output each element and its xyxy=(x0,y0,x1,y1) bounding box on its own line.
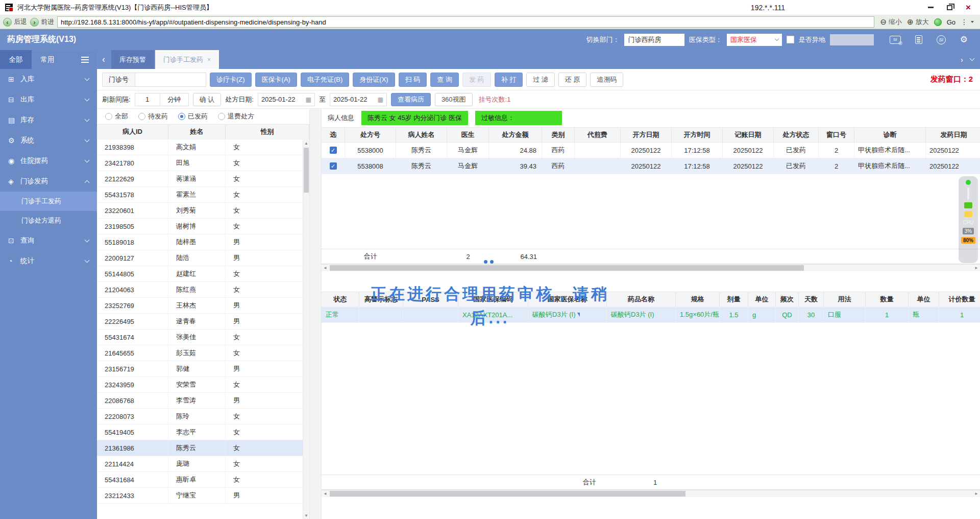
drug-hscrollbar[interactable]: ◄ ► xyxy=(322,490,980,497)
patient-row[interactable]: 23220601 刘秀菊 女 xyxy=(97,203,309,219)
scrollbar-thumb[interactable] xyxy=(304,148,309,193)
scroll-left-icon[interactable]: ◄ xyxy=(322,490,329,497)
dept-input[interactable] xyxy=(624,34,684,46)
browser-menu-icon[interactable]: ⋮ xyxy=(961,18,968,26)
remote-extra-input[interactable] xyxy=(830,34,874,45)
prescription-row[interactable]: 5538000 陈秀云 马金辉 24.88 西药 20250122 17:12:… xyxy=(322,143,980,158)
filter-dispensed[interactable]: 已发药 xyxy=(178,112,208,121)
filter-button[interactable]: 过 滤 xyxy=(526,73,555,87)
back-button[interactable]: ‹ 后退 xyxy=(3,17,27,27)
patient-row[interactable]: 55431674 张美佳 女 xyxy=(97,329,309,345)
patient-row[interactable]: 22226495 逯青春 男 xyxy=(97,314,309,329)
patient-row[interactable]: 23421780 田旭 女 xyxy=(97,155,309,171)
patient-row[interactable]: 55431684 惠昕卓 女 xyxy=(97,472,309,488)
id-card-button[interactable]: 身份证(X) xyxy=(353,73,395,87)
forward-button[interactable]: › 前进 xyxy=(30,17,54,27)
patient-row[interactable]: 55431578 霍素兰 女 xyxy=(97,187,309,203)
radio-selected-icon[interactable] xyxy=(178,113,185,120)
patient-row[interactable]: 22114424 庞璐 女 xyxy=(97,456,309,472)
patient-table-scrollbar[interactable]: ▲ ▼ xyxy=(303,139,309,519)
clinic-card-button[interactable]: 诊疗卡(Z) xyxy=(210,73,252,87)
sidebar-item-inventory[interactable]: ▤库存 xyxy=(0,110,97,130)
tab-scroll-right-icon[interactable]: › xyxy=(961,55,963,64)
date-to-input[interactable]: 2025-01-22▦ xyxy=(330,93,387,106)
patient-row[interactable]: 22086768 李雪涛 男 xyxy=(97,393,309,409)
sidebar-item-statistics[interactable]: ◔统计 xyxy=(0,251,97,271)
scroll-down-icon[interactable]: ▼ xyxy=(303,512,309,519)
patient-row[interactable]: 22122629 蒋潇涵 女 xyxy=(97,171,309,187)
patient-row[interactable]: 55189018 陆梓墨 男 xyxy=(97,234,309,250)
sidebar-item-outbound[interactable]: ⊟出库 xyxy=(0,89,97,110)
tab-list-chevron-icon[interactable] xyxy=(970,56,975,61)
sidebar-item-outpatient-dispensing[interactable]: ◈门诊发药 xyxy=(0,171,97,192)
view-medical-record-button[interactable]: 查看病历 xyxy=(391,93,431,106)
sidebar-item-query[interactable]: ⊡查询 xyxy=(0,230,97,251)
scrollbar-thumb[interactable] xyxy=(330,265,804,271)
sidebar-item-inbound[interactable]: ⊞入库 xyxy=(0,69,97,89)
drug-row[interactable]: 正常 XA12AXT201A... 碳酸钙D3片 (I) 碳酸钙D3片 (I) … xyxy=(322,307,980,323)
filter-pending[interactable]: 待发药 xyxy=(138,112,168,121)
insurance-type-select[interactable]: 国家医保 xyxy=(727,34,782,46)
row-checkbox[interactable] xyxy=(330,162,337,170)
patient-row[interactable]: 55419405 李志平 女 xyxy=(97,424,309,440)
prescription-hscrollbar[interactable]: ◄ ► xyxy=(322,264,980,271)
tab-manual-dispensing[interactable]: 门诊手工发药× xyxy=(155,50,219,69)
tab-close-icon[interactable]: × xyxy=(207,56,211,63)
close-icon[interactable]: × xyxy=(966,4,971,11)
restore-button[interactable]: 还 原 xyxy=(558,73,587,87)
patient-row[interactable]: 22009127 陆浩 男 xyxy=(97,250,309,266)
scrollbar-thumb[interactable] xyxy=(330,491,685,497)
sidebar-tab-common[interactable]: 常用 xyxy=(32,50,63,69)
patient-row[interactable]: 23243959 安荣雪 女 xyxy=(97,377,309,393)
remote-checkbox[interactable] xyxy=(787,36,794,43)
prescription-row[interactable]: 5538008 陈秀云 马金辉 39.43 西药 20250122 17:12:… xyxy=(322,158,980,174)
zoom-out-button[interactable]: ⊖缩小 xyxy=(880,17,902,27)
query-button[interactable]: 查 询 xyxy=(430,73,459,87)
filter-all[interactable]: 全部 xyxy=(105,112,128,121)
reprint-button[interactable]: 补 打 xyxy=(495,73,523,87)
patient-row[interactable]: 22208073 陈玲 女 xyxy=(97,409,309,424)
patient-row[interactable]: 23212433 宁继宝 男 xyxy=(97,488,309,504)
radio-icon[interactable] xyxy=(138,113,145,120)
go-button[interactable]: Go xyxy=(947,18,955,26)
scan-button[interactable]: 扫 码 xyxy=(399,73,427,87)
sidebar-item-system[interactable]: ⚙系统 xyxy=(0,130,97,151)
view-360-button[interactable]: 360视图 xyxy=(435,93,473,106)
sidebar-item-manual-dispensing[interactable]: 门诊手工发药 xyxy=(0,192,97,211)
outpatient-no-input[interactable] xyxy=(135,73,206,87)
social-insurance-card-icon[interactable]: SI xyxy=(890,36,901,44)
filter-refunded[interactable]: 退费处方 xyxy=(218,112,254,121)
radio-icon[interactable] xyxy=(218,113,225,120)
patient-row[interactable]: 23252769 王林杰 男 xyxy=(97,298,309,314)
maximize-icon[interactable] xyxy=(947,5,952,10)
calendar-icon[interactable]: ▦ xyxy=(306,96,311,103)
scroll-right-icon[interactable]: ► xyxy=(973,265,980,271)
tab-inventory-warning[interactable]: 库存预警 xyxy=(111,50,154,69)
scroll-left-icon[interactable]: ◄ xyxy=(322,265,329,271)
hamburger-menu-icon[interactable] xyxy=(81,57,89,63)
scroll-right-icon[interactable]: ► xyxy=(973,490,980,497)
minimize-icon[interactable] xyxy=(928,7,934,8)
patient-row[interactable]: 23198505 谢树博 女 xyxy=(97,219,309,234)
sidebar-tab-all[interactable]: 全部 xyxy=(0,50,32,69)
refresh-interval-input[interactable] xyxy=(135,93,160,106)
patient-row[interactable]: 21938398 高文娟 女 xyxy=(97,139,309,155)
sidebar-item-prescription-return[interactable]: 门诊处方退药 xyxy=(0,211,97,230)
document-icon[interactable] xyxy=(915,35,922,44)
calendar-icon[interactable]: ▦ xyxy=(378,96,383,103)
trace-code-button[interactable]: 追溯码 xyxy=(590,73,623,87)
scroll-up-icon[interactable]: ▲ xyxy=(303,139,309,147)
gear-icon[interactable]: ⚙ xyxy=(960,35,968,44)
insurance-card-button[interactable]: 医保卡(A) xyxy=(255,73,297,87)
url-input[interactable] xyxy=(57,16,874,28)
patient-row[interactable]: 23156719 郭健 男 xyxy=(97,361,309,377)
performance-monitor[interactable]: CPU 3% 80% xyxy=(959,176,978,263)
zoom-in-button[interactable]: ⊕放大 xyxy=(907,17,929,27)
radio-icon[interactable] xyxy=(105,113,112,120)
e-voucher-button[interactable]: 电子凭证(B) xyxy=(301,73,349,87)
date-from-input[interactable]: 2025-01-22▦ xyxy=(258,93,315,106)
row-checkbox[interactable] xyxy=(330,147,337,154)
si-circle-icon[interactable]: SI xyxy=(937,35,946,44)
confirm-button[interactable]: 确 认 xyxy=(193,93,222,106)
patient-row[interactable]: 55144805 赵建红 女 xyxy=(97,266,309,282)
